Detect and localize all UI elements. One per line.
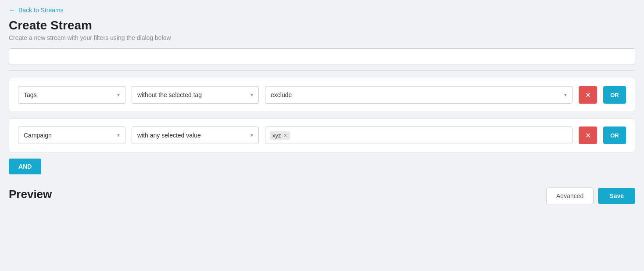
back-to-streams-link[interactable]: ← Back to Streams: [9, 6, 64, 14]
filter-2-tag-value: xyz: [272, 132, 281, 139]
filter-1-value-select[interactable]: exclude ▾: [265, 86, 572, 104]
bottom-actions: Advanced Save: [546, 188, 635, 204]
filter-2-remove-button[interactable]: ✕: [579, 126, 597, 144]
filter-2-tag-remove[interactable]: ✕: [283, 133, 287, 138]
bottom-bar: Preview Advanced Save: [9, 188, 635, 204]
and-button[interactable]: AND: [9, 159, 41, 174]
filter-row-2: Campaign ▾ with any selected value ▾ xyz…: [9, 118, 635, 152]
and-label: AND: [18, 163, 32, 170]
filter-1-remove-icon: ✕: [585, 91, 591, 99]
filter-row-1: Tags ▾ without the selected tag ▾ exclud…: [9, 78, 635, 112]
advanced-button[interactable]: Advanced: [546, 188, 594, 204]
filter-1-condition-label: without the selected tag: [137, 91, 202, 98]
filter-1-value-label: exclude: [271, 91, 292, 98]
filter-2-type-select[interactable]: Campaign ▾: [18, 126, 125, 144]
divider: [9, 70, 635, 71]
filter-2-condition-label: with any selected value: [137, 132, 201, 139]
filter-1-type-label: Tags: [24, 91, 37, 98]
filter-2-or-button[interactable]: OR: [603, 126, 626, 144]
filter-2-type-label: Campaign: [24, 132, 52, 139]
filter-2-remove-icon: ✕: [585, 131, 591, 140]
advanced-label: Advanced: [556, 192, 583, 199]
filter-2-tag-chip: xyz ✕: [270, 131, 290, 140]
filter-1-or-label: OR: [610, 92, 619, 98]
filter-2-or-label: OR: [610, 132, 619, 139]
back-arrow-icon: ←: [9, 6, 16, 14]
filter-2-type-chevron: ▾: [117, 132, 120, 138]
filter-1-condition-select[interactable]: without the selected tag ▾: [132, 86, 259, 104]
save-button[interactable]: Save: [598, 188, 635, 204]
page-subtitle: Create a new stream with your filters us…: [9, 34, 635, 41]
page-wrapper: ← Back to Streams Create Stream Create a…: [0, 0, 644, 213]
filter-1-value-chevron: ▾: [564, 92, 567, 98]
filter-2-condition-select[interactable]: with any selected value ▾: [132, 126, 259, 144]
preview-title: Preview: [9, 188, 52, 201]
filter-1-remove-button[interactable]: ✕: [579, 86, 597, 104]
stream-name-input[interactable]: [9, 48, 635, 65]
save-label: Save: [609, 192, 624, 199]
back-to-streams-label: Back to Streams: [18, 7, 64, 14]
page-title: Create Stream: [9, 18, 635, 33]
filter-2-tag-container[interactable]: xyz ✕: [265, 126, 572, 144]
filter-1-type-chevron: ▾: [117, 92, 120, 98]
filter-2-condition-chevron: ▾: [250, 132, 253, 138]
filter-1-or-button[interactable]: OR: [603, 86, 626, 104]
filter-1-condition-chevron: ▾: [250, 92, 253, 98]
filter-1-type-select[interactable]: Tags ▾: [18, 86, 125, 104]
